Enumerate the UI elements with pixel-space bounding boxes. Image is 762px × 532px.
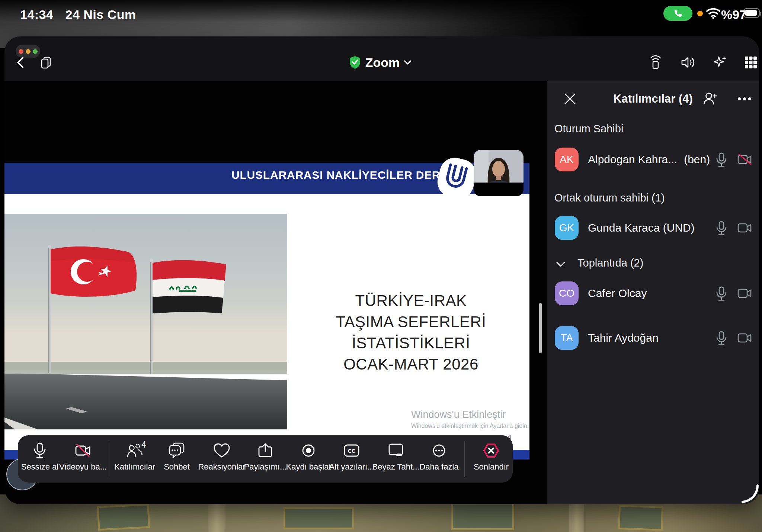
video-status-icon-off[interactable]: [737, 154, 752, 167]
record-label: Kaydı başlat: [286, 462, 331, 472]
video-status-icon[interactable]: [737, 288, 752, 300]
wallpaper-frame: [97, 503, 150, 531]
turkish-flag: [51, 246, 137, 297]
record-button[interactable]: Kaydı başlat: [287, 442, 330, 478]
app-title-menu[interactable]: Zoom: [332, 54, 429, 71]
privacy-shield-icon: [349, 56, 361, 69]
end-call-icon: [483, 442, 499, 459]
more-label: Daha fazla: [419, 462, 458, 472]
iraqi-flag: [153, 260, 226, 313]
app-grid-button[interactable]: [743, 55, 759, 70]
end-meeting-button[interactable]: Sonlandır: [470, 442, 513, 478]
fullscreen-window-dot[interactable]: [33, 49, 38, 54]
start-video-label: Videoyu ba...: [59, 462, 107, 472]
participant-row[interactable]: TA Tahir Aydoğan: [547, 326, 759, 355]
slide-title-line: OCAK-MART 2026: [291, 354, 531, 375]
grid-icon: [744, 55, 758, 70]
screen-mirroring-button[interactable]: [647, 55, 664, 70]
section-in-meeting-label: Toplantıda (2): [577, 257, 643, 269]
person-add-icon: [702, 91, 718, 106]
participants-button[interactable]: Katılımcılar 4: [113, 442, 156, 478]
whiteboard-icon: [387, 442, 404, 459]
slide-title-line: TAŞIMA SEFERLERİ İSTATİSTİKLERİ: [291, 311, 531, 354]
avatar: GK: [555, 216, 579, 240]
wallpaper-frame: [451, 503, 514, 530]
mic-status-icon[interactable]: [715, 286, 728, 303]
avatar: TA: [555, 326, 579, 350]
section-cohost-label: Ortak oturum sahibi (1): [554, 192, 665, 204]
participant-name: Tahir Aydoğan: [588, 332, 659, 344]
wallpaper-frame: [618, 505, 663, 531]
share-label: Paylaşımı...: [244, 462, 287, 472]
section-host-label: Oturum Sahibi: [554, 123, 623, 135]
zoom-app-window: Zoom: [4, 36, 759, 504]
ai-assistant-button[interactable]: [712, 55, 729, 70]
participant-name: Alpdogan Kahra...(ben): [588, 153, 710, 166]
self-view-video[interactable]: [474, 150, 524, 196]
video-status-icon[interactable]: [737, 222, 752, 235]
chat-button[interactable]: Sohbet: [155, 442, 198, 478]
mic-status-icon[interactable]: [715, 331, 728, 348]
speaker-button[interactable]: [680, 55, 697, 70]
avatar: AK: [555, 148, 579, 171]
end-meeting-label: Sonlandır: [474, 462, 509, 472]
captions-label: Alt yazıları...: [329, 462, 374, 472]
video-status-icon[interactable]: [737, 332, 752, 345]
toolbar-divider: [464, 441, 465, 477]
participant-self-suffix: (ben): [684, 153, 710, 165]
close-window-dot[interactable]: [19, 49, 23, 54]
status-date: 24 Nis Cum: [65, 7, 136, 22]
whiteboard-label: Beyaz Taht...: [372, 462, 420, 472]
invite-participant-button[interactable]: [702, 91, 719, 107]
participant-row[interactable]: CO Cafer Olcay: [547, 281, 759, 310]
share-icon: [257, 442, 273, 459]
whiteboard-button[interactable]: Beyaz Taht...: [374, 442, 417, 478]
panel-more-button[interactable]: [735, 92, 754, 106]
participants-icon: [126, 442, 143, 459]
wallpaper-frame: [284, 507, 354, 529]
speaker-icon: [681, 55, 696, 70]
captions-button[interactable]: CC Alt yazıları...: [330, 442, 373, 478]
phone-icon: [673, 9, 683, 18]
watermark-line1: Windows'u Etkinleştir: [411, 409, 529, 420]
reactions-button[interactable]: Reaksiyonlar: [200, 442, 243, 478]
slide-title-line: TÜRKİYE-IRAK: [291, 290, 531, 311]
toolbar-divider: [109, 441, 109, 477]
chevron-left-icon: [16, 57, 24, 68]
participant-row[interactable]: AK Alpdogan Kahra...(ben): [547, 148, 759, 177]
screen-mirroring-icon: [648, 55, 663, 70]
tab-overview-button[interactable]: [39, 56, 54, 69]
chat-label: Sohbet: [164, 462, 190, 472]
captions-icon: CC: [343, 442, 360, 459]
chat-icon: [168, 442, 185, 459]
scrollbar[interactable]: [539, 303, 542, 353]
battery-percent: %97: [721, 7, 746, 22]
participants-count-badge: 4: [141, 440, 146, 450]
more-icon: [431, 442, 447, 459]
start-video-button[interactable]: Videoyu ba...: [61, 442, 105, 478]
flags-photo: [4, 214, 287, 429]
share-button[interactable]: Paylaşımı...: [244, 442, 287, 478]
mic-status-icon[interactable]: [715, 220, 728, 238]
participant-row[interactable]: GK Gunda Karaca (UND): [547, 216, 759, 245]
slide-header-text: ULUSLARARASI NAKLİYECİLER DERNEĞİ: [231, 169, 469, 181]
heart-icon: [213, 442, 230, 459]
chevron-down-icon: [404, 60, 412, 65]
participant-name: Cafer Olcay: [588, 287, 647, 300]
participants-label: Katılımcılar: [114, 462, 155, 472]
video-off-icon: [74, 442, 92, 459]
participant-name-text: Alpdogan Kahra...: [588, 153, 677, 165]
avatar: CO: [555, 281, 579, 305]
participants-header: Katılımcılar (4): [547, 81, 759, 117]
participants-panel: Katılımcılar (4) Oturum Sahibi AK Alpdog…: [547, 81, 759, 504]
mic-status-icon[interactable]: [715, 152, 728, 169]
back-button[interactable]: [13, 56, 28, 69]
active-call-pill[interactable]: [663, 6, 692, 21]
status-bar-left: 14:3424 Nis Cum: [20, 7, 136, 22]
more-button[interactable]: Daha fazla: [417, 442, 461, 478]
participant-name: Gunda Karaca (UND): [588, 222, 695, 234]
wifi-icon: [706, 7, 721, 21]
minimize-window-dot[interactable]: [26, 49, 31, 54]
mute-button[interactable]: Sessize al: [18, 442, 61, 478]
app-title: Zoom: [365, 55, 400, 70]
